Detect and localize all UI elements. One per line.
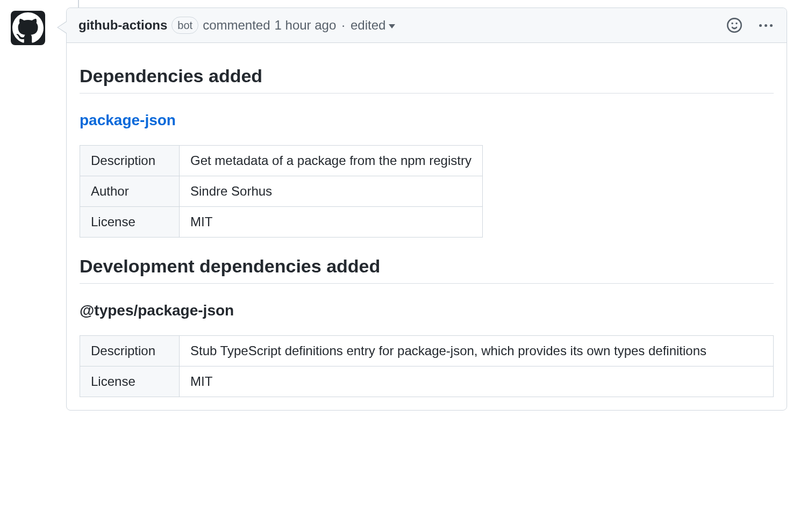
bot-badge: bot xyxy=(172,17,198,34)
package-json-link[interactable]: package-json xyxy=(80,112,176,128)
comment-header: github-actions bot commented 1 hour ago … xyxy=(67,8,787,43)
dependencies-added-heading: Dependencies added xyxy=(80,66,774,94)
table-row: AuthorSindre Sorhus xyxy=(80,176,483,207)
smiley-icon xyxy=(727,18,742,33)
table-row: LicenseMIT xyxy=(80,207,483,238)
table-key: Description xyxy=(80,336,180,366)
table-value: Get metadata of a package from the npm r… xyxy=(180,146,483,176)
dev-dependencies-added-heading: Development dependencies added xyxy=(80,256,774,284)
table-row: DescriptionGet metadata of a package fro… xyxy=(80,146,483,176)
commented-label: commented xyxy=(203,18,270,33)
table-value: Stub TypeScript definitions entry for pa… xyxy=(180,336,774,366)
types-package-json-heading: @types/package-json xyxy=(80,302,774,319)
caret-down-icon xyxy=(389,24,395,28)
kebab-icon xyxy=(759,24,773,27)
author-avatar[interactable] xyxy=(11,11,45,45)
package-json-table: DescriptionGet metadata of a package fro… xyxy=(80,145,483,238)
comment-container: github-actions bot commented 1 hour ago … xyxy=(66,8,787,411)
edited-label: edited xyxy=(351,18,385,33)
timestamp-link[interactable]: 1 hour ago xyxy=(275,18,337,33)
table-key: License xyxy=(80,207,180,238)
author-link[interactable]: github-actions xyxy=(78,18,167,33)
types-package-json-table: DescriptionStub TypeScript definitions e… xyxy=(80,335,774,397)
table-key: Description xyxy=(80,146,180,176)
edited-dropdown[interactable]: edited xyxy=(351,18,395,33)
add-reaction-button[interactable] xyxy=(725,16,744,35)
kebab-menu-button[interactable] xyxy=(757,22,775,29)
github-mark-icon xyxy=(12,12,44,44)
table-value: MIT xyxy=(180,366,774,397)
table-value: Sindre Sorhus xyxy=(180,176,483,207)
separator-dot: · xyxy=(341,18,345,33)
table-value: MIT xyxy=(180,207,483,238)
comment-body: Dependencies added package-json Descript… xyxy=(67,43,787,410)
comment-arrow xyxy=(57,21,67,34)
table-row: DescriptionStub TypeScript definitions e… xyxy=(80,336,774,366)
table-key: Author xyxy=(80,176,180,207)
table-key: License xyxy=(80,366,180,397)
table-row: LicenseMIT xyxy=(80,366,774,397)
